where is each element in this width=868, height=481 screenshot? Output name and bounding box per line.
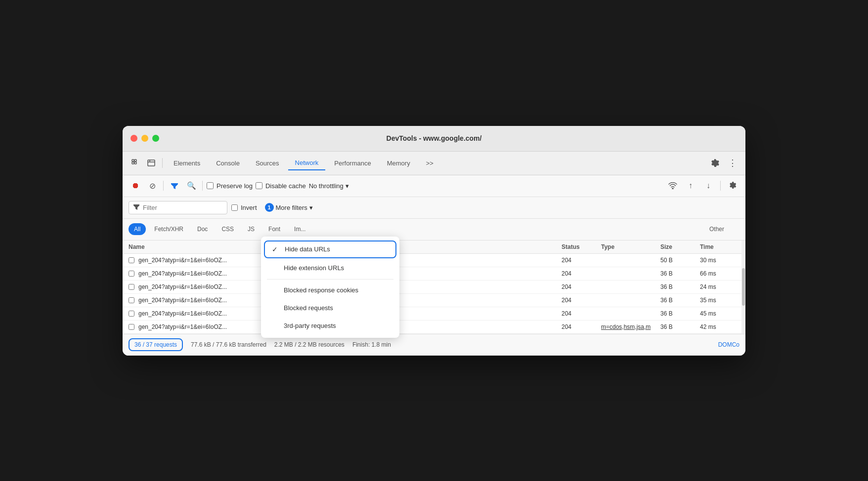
table-row[interactable]: gen_204?atyp=i&r=1&ei=6IoOZ... 204 36 B …	[123, 267, 745, 281]
table-row[interactable]: gen_204?atyp=i&r=1&ei=6IoOZ... 204 36 B …	[123, 294, 745, 307]
row-checkbox[interactable]	[129, 257, 134, 263]
dropdown-item-blocked-cookies[interactable]: ✓ Blocked response cookies	[261, 281, 399, 299]
throttle-label: No throttling	[309, 182, 344, 190]
requests-count: 36 / 37 requests	[129, 338, 183, 351]
dropdown-item-label: Hide extension URLs	[284, 264, 344, 272]
tab-more[interactable]: >>	[419, 157, 440, 170]
row-name: gen_204?atyp=i&r=1&ei=6IoOZ...	[138, 310, 227, 317]
type-fetch-xhr-button[interactable]: Fetch/XHR	[149, 223, 189, 235]
row-size: 36 B	[660, 283, 700, 290]
filter-icon-button[interactable]	[168, 179, 181, 193]
table-row[interactable]: gen_204?atyp=i&r=1&ei=6IoOZ... 204 36 B …	[123, 307, 745, 321]
table-row[interactable]: gen_204?atyp=i&r=1&ei=6IoOZ... 204 m=cdo…	[123, 321, 745, 334]
svg-rect-1	[134, 160, 136, 161]
more-vert-icon[interactable]: ⋮	[726, 156, 739, 170]
dropdown-item-third-party[interactable]: ✓ 3rd-party requests	[261, 317, 399, 335]
filter-funnel-icon	[133, 203, 140, 212]
stop-recording-button[interactable]: ⏺	[129, 179, 142, 193]
type-font-button[interactable]: Font	[263, 223, 286, 235]
transferred-stat: 77.6 kB / 77.6 kB transferred	[191, 341, 266, 348]
disable-cache-checkbox[interactable]	[256, 182, 262, 189]
row-checkbox[interactable]	[129, 297, 134, 303]
type-other-button[interactable]: Other	[704, 223, 730, 235]
scrollbar-thumb[interactable]	[742, 268, 745, 306]
search-button[interactable]: 🔍	[184, 179, 198, 193]
row-checkbox[interactable]	[129, 311, 134, 317]
dropdown-item-label: Hide data URLs	[285, 245, 330, 253]
dropdown-item-label: 3rd-party requests	[284, 322, 336, 329]
row-time: 42 ms	[700, 323, 739, 330]
network-table: Name Status Type Size Time gen_204?atyp=…	[123, 240, 745, 334]
more-filters-button[interactable]: 1 More filters ▾	[261, 201, 317, 214]
network-toolbar: ⏺ ⊘ 🔍 Preserve log Disable cache No thro…	[123, 175, 745, 197]
svg-rect-3	[134, 162, 136, 164]
row-status: 204	[562, 257, 601, 264]
type-js-button[interactable]: JS	[242, 223, 260, 235]
maximize-button[interactable]	[152, 135, 159, 142]
row-time: 24 ms	[700, 283, 739, 290]
type-css-button[interactable]: CSS	[216, 223, 239, 235]
resources-stat: 2.2 MB / 2.2 MB resources	[274, 341, 345, 348]
cursor-icon[interactable]	[129, 156, 142, 170]
row-time: 35 ms	[700, 297, 739, 304]
row-time: 45 ms	[700, 310, 739, 317]
dropdown-item-hide-data-urls[interactable]: ✓ Hide data URLs	[264, 240, 396, 258]
inspector-icon[interactable]	[144, 156, 158, 170]
row-name: gen_204?atyp=i&r=1&ei=6IoOZ...	[138, 270, 227, 277]
upload-har-icon[interactable]: ↑	[684, 179, 697, 193]
wifi-icon[interactable]	[666, 179, 680, 193]
type-all-button[interactable]: All	[129, 223, 146, 235]
tab-memory[interactable]: Memory	[380, 157, 417, 170]
tabs-right: ⋮	[708, 156, 739, 170]
type-doc-button[interactable]: Doc	[192, 223, 213, 235]
tab-separator	[162, 158, 163, 168]
minimize-button[interactable]	[141, 135, 148, 142]
row-size: 50 B	[660, 257, 700, 264]
row-checkbox[interactable]	[129, 271, 134, 277]
col-type: Type	[601, 243, 660, 250]
row-checkbox[interactable]	[129, 284, 134, 290]
dropdown-item-blocked-requests[interactable]: ✓ Blocked requests	[261, 299, 399, 317]
network-settings-icon[interactable]	[726, 179, 739, 193]
close-button[interactable]	[130, 135, 137, 142]
throttle-selector[interactable]: No throttling ▾	[309, 182, 349, 190]
finish-stat: Finish: 1.8 min	[352, 341, 391, 348]
scrollbar-track	[741, 240, 745, 334]
download-har-icon[interactable]: ↓	[701, 179, 715, 193]
devtools-window: DevTools - www.google.com/ Elements Cons…	[123, 126, 745, 356]
clear-button[interactable]: ⊘	[145, 179, 159, 193]
col-time: Time	[700, 243, 739, 250]
preserve-log-checkbox[interactable]	[207, 182, 214, 189]
invert-checkbox[interactable]	[231, 204, 238, 211]
row-type: m=cdos,hsm,jsa,m	[601, 323, 660, 330]
dropdown-item-hide-extension-urls[interactable]: ✓ Hide extension URLs	[261, 259, 399, 277]
tab-network[interactable]: Network	[288, 156, 326, 170]
domco-stat: DOMCo	[718, 341, 739, 348]
tab-console[interactable]: Console	[209, 157, 247, 170]
tab-elements[interactable]: Elements	[167, 157, 207, 170]
tabs-bar: Elements Console Sources Network Perform…	[123, 152, 745, 175]
table-row[interactable]: gen_204?atyp=i&r=1&ei=6IoOZ... 204 50 B …	[123, 254, 745, 267]
separator-1	[163, 181, 164, 191]
svg-rect-4	[148, 160, 155, 166]
more-filters-dropdown: ✓ Hide data URLs ✓ Hide extension URLs ✓…	[261, 237, 399, 338]
dropdown-item-label: Blocked requests	[284, 304, 333, 312]
table-row[interactable]: gen_204?atyp=i&r=1&ei=6IoOZ... 204 36 B …	[123, 281, 745, 294]
settings-icon[interactable]	[708, 156, 722, 170]
row-checkbox[interactable]	[129, 324, 134, 330]
filter-input[interactable]	[143, 204, 217, 211]
row-name: gen_204?atyp=i&r=1&ei=6IoOZ...	[138, 297, 227, 304]
separator-3	[720, 181, 721, 191]
row-status: 204	[562, 297, 601, 304]
type-filter-bar: All Fetch/XHR Doc CSS JS Font Im... ✓ Hi…	[123, 219, 745, 240]
checkmark-icon: ✓	[272, 245, 280, 253]
row-status: 204	[562, 270, 601, 277]
more-filters-label: More filters	[276, 204, 307, 211]
tab-performance[interactable]: Performance	[327, 157, 378, 170]
invert-label[interactable]: Invert	[231, 204, 257, 211]
disable-cache-label[interactable]: Disable cache	[256, 182, 306, 190]
type-img-button[interactable]: Im...	[289, 223, 311, 235]
tab-sources[interactable]: Sources	[249, 157, 286, 170]
preserve-log-label[interactable]: Preserve log	[207, 182, 253, 190]
status-bar: 36 / 37 requests 77.6 kB / 77.6 kB trans…	[123, 334, 745, 356]
